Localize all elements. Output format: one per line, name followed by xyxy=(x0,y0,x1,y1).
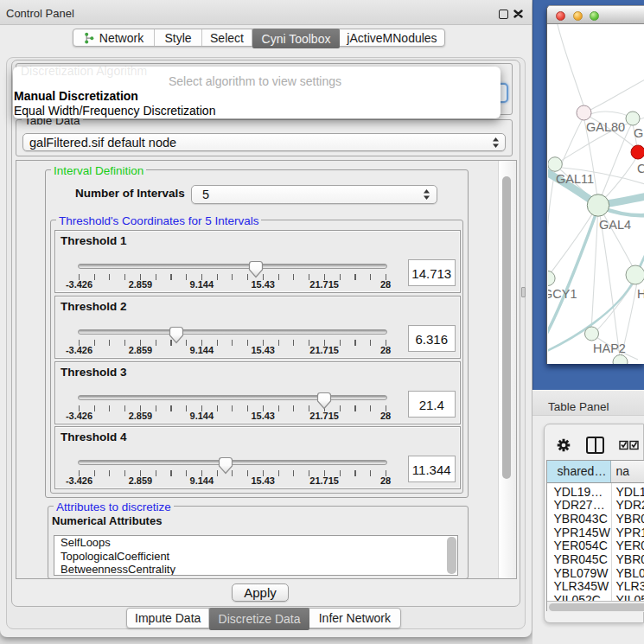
svg-text:H: H xyxy=(637,287,644,301)
svg-text:C: C xyxy=(637,162,644,175)
svg-text:GAL80: GAL80 xyxy=(586,120,625,134)
svg-text:HAP2: HAP2 xyxy=(593,341,626,355)
svg-text:GCY1: GCY1 xyxy=(548,287,577,301)
svg-text:GAL11: GAL11 xyxy=(556,172,594,186)
svg-text:G.: G. xyxy=(634,126,644,140)
svg-text:GAL4: GAL4 xyxy=(599,218,631,232)
